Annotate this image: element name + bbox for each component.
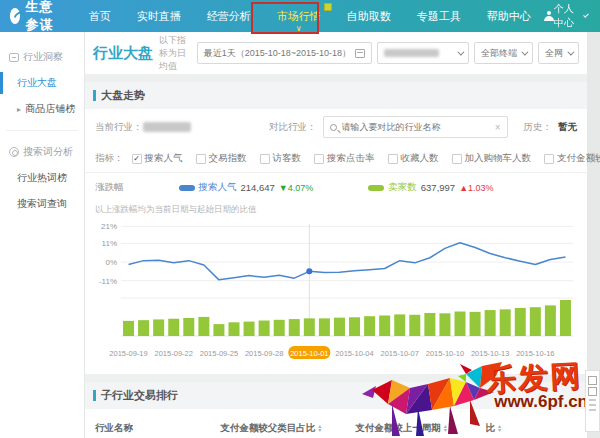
ranking-section-title: 子行业交易排行 [101, 388, 178, 403]
monitor-icon [9, 53, 19, 62]
trend-card-header: 大盘走势 [85, 82, 587, 109]
metrics-label: 指标： [95, 152, 124, 165]
compare-search-input[interactable] [342, 122, 490, 132]
floating-tools-widget[interactable] [585, 370, 600, 432]
nav-item-label: 经营分析 [207, 9, 251, 24]
svg-text:2015-09-22: 2015-09-22 [155, 349, 193, 358]
blurred-industry-name [143, 122, 191, 132]
category-dropdown[interactable] [377, 42, 469, 64]
scope-dropdown[interactable]: 全网 [538, 42, 579, 64]
metric-checkbox[interactable]: 交易指数 [196, 152, 247, 165]
compare-search-box: × [323, 116, 508, 138]
current-industry-label: 当前行业： [95, 121, 143, 134]
metric-checkbox[interactable]: 搜索人气 [132, 152, 183, 165]
metric-checkbox[interactable]: 访客数 [260, 152, 302, 165]
logo-text: 生意参谋 [25, 0, 61, 34]
nav-item-5[interactable]: 专题工具 [404, 0, 474, 32]
active-tab-caret-icon: ∨ [296, 25, 302, 33]
trend-chart-svg: 21%11%0%-11%2015-09-192015-09-222015-09-… [91, 218, 581, 366]
scope-dropdown-label: 全网 [545, 47, 563, 60]
app-logo[interactable]: 生意参谋 [0, 0, 76, 34]
sidebar-item[interactable]: ▸ 商品店铺榜 [0, 96, 84, 122]
chevron-down-icon [457, 48, 464, 55]
svg-text:-11%: -11% [99, 277, 117, 286]
sort-icon[interactable]: ▴▾ [444, 424, 447, 432]
history-value: 暂无 [558, 121, 577, 134]
clear-icon[interactable]: × [495, 122, 501, 133]
sidebar: 行业洞察行业大盘▸ 商品店铺榜搜索词分析行业热词榜搜索词查询 [0, 32, 85, 438]
sidebar-item[interactable]: 搜索词查询 [0, 191, 84, 217]
checkbox-checked-icon [132, 154, 142, 164]
nav-item-label: 帮助中心 [487, 9, 531, 24]
column-header[interactable]: 支付金额较父类目占比▴▾ [220, 422, 355, 435]
svg-text:11%: 11% [102, 239, 117, 248]
sidebar-item[interactable]: 行业热词榜 [0, 165, 84, 191]
nav-item-1[interactable]: 实时直播 [124, 0, 194, 32]
calendar-icon [355, 49, 365, 58]
search-round-icon [9, 147, 19, 157]
section-marker [93, 390, 96, 401]
checkbox-icon [196, 154, 206, 164]
column-header[interactable]: 支付金额较上一周期▴▾ [355, 422, 485, 435]
ranking-card-header: 子行业交易排行 [85, 382, 587, 409]
svg-text:2015-10-16: 2015-10-16 [516, 349, 554, 358]
nav-item-2[interactable]: 经营分析 [194, 0, 264, 32]
chevron-down-icon [521, 48, 528, 55]
legend-item: 搜索人气214,647▼4.07% [179, 181, 314, 194]
svg-text:2015-09-25: 2015-09-25 [200, 349, 238, 358]
nav-item-label: 首页 [89, 9, 111, 24]
legend-swatch-icon [368, 185, 384, 191]
metric-checkbox[interactable]: 加入购物车人数 [452, 152, 532, 165]
checkbox-icon [314, 154, 324, 164]
blurred-category-value [384, 49, 439, 57]
column-header[interactable]: 比▴▾ [485, 422, 577, 435]
feedback-icon[interactable] [588, 387, 597, 396]
qr-icon[interactable] [588, 376, 597, 385]
svg-text:2015-10-13: 2015-10-13 [471, 349, 509, 358]
trend-section-title: 大盘走势 [101, 88, 145, 103]
page-title: 行业大盘 [93, 44, 153, 63]
legend-swatch-icon [179, 185, 195, 191]
history-label: 历史： [524, 121, 553, 134]
nav-item-label: 实时直播 [137, 9, 181, 24]
search-icon [330, 124, 337, 131]
ranking-card: 子行业交易排行 行业名称支付金额较父类目占比▴▾支付金额较上一周期▴▾比▴▾ 1… [85, 382, 587, 438]
nav-item-0[interactable]: 首页 [76, 0, 124, 32]
sort-icon[interactable]: ▴▾ [498, 424, 501, 432]
date-range-button[interactable]: 最近1天（2015-10-18~2015-10-18） [197, 42, 372, 64]
legend-item: 卖家数637,997▲1.03% [368, 181, 493, 194]
metric-checkbox[interactable]: 支付金额较父类目占比 [544, 152, 600, 165]
terminal-dropdown[interactable]: 全部终端 [474, 42, 533, 64]
nav-item-label: 专题工具 [417, 9, 461, 24]
section-marker [93, 90, 96, 101]
metric-checkbox-group: 搜索人气交易指数访客数搜索点击率收藏人数加入购物车人数支付金额较父类目占比卖家数 [132, 152, 600, 165]
nav-menu: 首页实时直播经营分析市场行情∨自助取数专题工具帮助中心 [76, 0, 544, 32]
svg-text:2015-10-10: 2015-10-10 [426, 349, 464, 358]
top-nav: 生意参谋 首页实时直播经营分析市场行情∨自助取数专题工具帮助中心 个人中心 [0, 0, 600, 32]
sort-icon[interactable]: ▴▾ [318, 424, 321, 432]
sidebar-item[interactable]: 行业大盘 [0, 70, 84, 96]
svg-text:0%: 0% [105, 258, 117, 267]
chevron-down-icon [583, 12, 589, 18]
trend-card: 大盘走势 当前行业： 对比行业： × 历史： 暂无 指标： 搜索人气交易指数访客… [85, 82, 587, 374]
nav-item-label: 市场行情 [277, 9, 321, 24]
nav-item-6[interactable]: 帮助中心 [474, 0, 544, 32]
page-header: 行业大盘 以下指标为日均值 最近1天（2015-10-18~2015-10-18… [85, 32, 587, 74]
page-subtitle: 以下指标为日均值 [159, 34, 191, 73]
ranking-table: 行业名称支付金额较父类目占比▴▾支付金额较上一周期▴▾比▴▾ 100%▲2.33… [85, 409, 587, 438]
sidebar-section-title: 行业洞察 [0, 44, 84, 70]
metric-checkbox[interactable]: 搜索点击率 [314, 152, 375, 165]
nav-item-4[interactable]: 自助取数 [334, 0, 404, 32]
checkbox-icon [544, 154, 554, 164]
date-range-label: 最近1天（2015-10-18~2015-10-18） [204, 47, 351, 60]
trend-chart[interactable]: 21%11%0%-11%2015-09-192015-09-222015-09-… [85, 216, 587, 374]
user-menu-label: 个人中心 [554, 2, 579, 30]
logo-icon [10, 8, 20, 24]
checkbox-icon [260, 154, 270, 164]
metric-checkbox[interactable]: 收藏人数 [388, 152, 439, 165]
svg-text:2015-10-01: 2015-10-01 [290, 349, 328, 358]
nav-item-3[interactable]: 市场行情∨ [264, 0, 334, 32]
legend-row-label: 涨跌幅 [95, 181, 124, 194]
user-menu[interactable]: 个人中心 [544, 2, 600, 30]
sidebar-section-title: 搜索词分析 [0, 139, 84, 165]
